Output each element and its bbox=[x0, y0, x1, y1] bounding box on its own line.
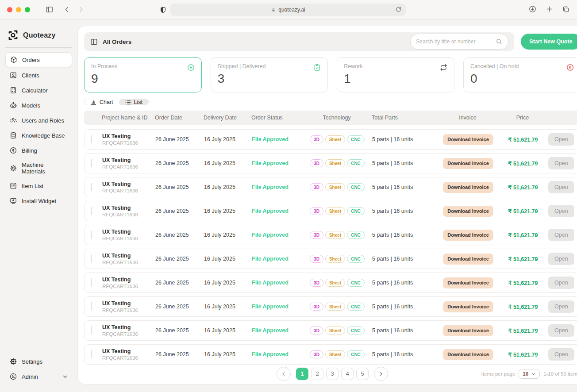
sidebar-item-billing[interactable]: Billing bbox=[5, 143, 72, 158]
zoom-window-button[interactable] bbox=[25, 7, 30, 12]
search-icon[interactable] bbox=[496, 38, 503, 45]
sidebar-item-machine-materials[interactable]: Machine Materials bbox=[5, 158, 72, 178]
back-icon[interactable] bbox=[63, 6, 71, 13]
sidebar-item-calculator[interactable]: Calculator bbox=[5, 83, 72, 97]
privacy-shield-icon[interactable] bbox=[159, 6, 167, 14]
next-page-icon[interactable] bbox=[374, 367, 388, 381]
delivery-date: 16 July 2025 bbox=[204, 136, 252, 142]
row-checkbox[interactable] bbox=[91, 278, 92, 287]
open-button[interactable]: Open bbox=[548, 133, 574, 146]
sidebar-item-clients[interactable]: Clients bbox=[5, 68, 72, 82]
downloads-icon[interactable] bbox=[528, 5, 537, 13]
chevron-down-icon bbox=[531, 372, 536, 377]
row-checkbox[interactable] bbox=[91, 350, 92, 358]
card-in-process[interactable]: In Process 9 bbox=[84, 57, 202, 92]
open-button[interactable]: Open bbox=[548, 253, 574, 265]
row-checkbox[interactable] bbox=[91, 231, 92, 239]
orders-panel: All Orders Start New Quote In Process 9 … bbox=[77, 26, 577, 384]
download-invoice-button[interactable]: Download Invoice bbox=[443, 254, 493, 265]
open-button[interactable]: Open bbox=[548, 229, 574, 241]
card-cancelled-on-hold[interactable]: Cancelled | On hold 0 bbox=[463, 57, 577, 92]
items-per-page-select[interactable]: 10 bbox=[519, 369, 540, 379]
sidebar-item-orders[interactable]: Orders bbox=[5, 52, 72, 67]
download-invoice-button[interactable]: Download Invoice bbox=[443, 206, 493, 217]
column-header: Price bbox=[497, 115, 548, 121]
total-parts: 5 parts | 16 units bbox=[372, 327, 439, 334]
page-number-button[interactable]: 5 bbox=[356, 368, 369, 380]
close-window-button[interactable] bbox=[7, 7, 12, 12]
sidebar-item-knowledge-base[interactable]: Knowledge Base bbox=[5, 128, 72, 142]
tab-label: List bbox=[134, 99, 142, 105]
sidebar-item-label: Orders bbox=[22, 57, 40, 63]
download-invoice-button[interactable]: Download Invoice bbox=[443, 301, 493, 312]
page-number-button[interactable]: 4 bbox=[341, 368, 354, 380]
search-input[interactable] bbox=[416, 38, 492, 45]
browser-sidebar-icon[interactable] bbox=[45, 5, 54, 14]
table-row: UX Testing RFQCART1636 26 June 2025 16 J… bbox=[84, 273, 577, 293]
open-button[interactable]: Open bbox=[548, 157, 574, 169]
download-invoice-button[interactable]: Download Invoice bbox=[443, 325, 493, 336]
download-invoice-button[interactable]: Download Invoice bbox=[443, 182, 493, 193]
chevron-down-icon[interactable] bbox=[62, 373, 68, 380]
sidebar-item-label: Machine Materials bbox=[22, 161, 68, 175]
prev-page-icon[interactable] bbox=[277, 367, 291, 381]
download-invoice-button[interactable]: Download Invoice bbox=[443, 230, 493, 241]
forward-icon[interactable] bbox=[77, 6, 85, 13]
minimize-window-button[interactable] bbox=[16, 7, 21, 12]
tab-chart[interactable]: Chart bbox=[85, 99, 119, 105]
badge-3d: 3D bbox=[310, 183, 323, 191]
sidebar-item-install-widget[interactable]: Install Widget bbox=[5, 194, 72, 208]
open-button[interactable]: Open bbox=[548, 277, 574, 289]
download-invoice-button[interactable]: Download Invoice bbox=[443, 158, 493, 169]
row-checkbox[interactable] bbox=[91, 326, 92, 334]
card-label: Shipped | Delivered bbox=[218, 63, 321, 69]
card-shipped-delivered[interactable]: Shipped | Delivered 3 bbox=[211, 57, 328, 92]
row-checkbox[interactable] bbox=[91, 159, 92, 167]
panel-layout-icon[interactable] bbox=[90, 38, 98, 46]
badge-sheet: Sheet bbox=[325, 135, 345, 143]
tab-list[interactable]: List bbox=[119, 99, 148, 105]
order-status: File Approved bbox=[252, 304, 302, 310]
view-toggle: Chart List bbox=[84, 99, 149, 105]
download-invoice-button[interactable]: Download Invoice bbox=[443, 277, 493, 288]
row-checkbox[interactable] bbox=[91, 254, 92, 263]
table-row: UX Testing RFQCART1636 26 June 2025 16 J… bbox=[84, 153, 577, 173]
download-invoice-button[interactable]: Download Invoice bbox=[443, 349, 493, 360]
open-button[interactable]: Open bbox=[548, 300, 574, 313]
search-box[interactable] bbox=[410, 34, 508, 50]
badge-3d: 3D bbox=[310, 231, 323, 239]
card-rework[interactable]: Rework 1 bbox=[337, 57, 454, 92]
open-button[interactable]: Open bbox=[548, 348, 574, 361]
new-tab-icon[interactable] bbox=[546, 5, 553, 13]
address-bar[interactable]: quoteazy.ai bbox=[170, 4, 406, 16]
sidebar-item-models[interactable]: Models bbox=[5, 98, 72, 112]
sidebar-item-settings[interactable]: Settings bbox=[5, 354, 72, 369]
start-new-quote-button[interactable]: Start New Quote bbox=[521, 34, 577, 50]
order-date: 26 June 2025 bbox=[155, 184, 204, 190]
badge-cnc: CNC bbox=[347, 207, 365, 215]
badge-sheet: Sheet bbox=[325, 255, 345, 263]
row-checkbox[interactable] bbox=[91, 135, 92, 143]
sidebar-item-admin[interactable]: Admin bbox=[5, 369, 72, 384]
row-checkbox[interactable] bbox=[91, 302, 92, 311]
badge-cnc: CNC bbox=[347, 183, 365, 191]
reload-icon[interactable] bbox=[395, 6, 402, 13]
page-number-button[interactable]: 3 bbox=[326, 368, 339, 380]
row-checkbox[interactable] bbox=[91, 207, 92, 215]
sidebar-item-item-list[interactable]: Item List bbox=[5, 179, 72, 193]
page-number-button[interactable]: 1 bbox=[296, 368, 308, 380]
gear-outline-icon bbox=[9, 164, 17, 172]
list-icon bbox=[125, 99, 131, 106]
open-button[interactable]: Open bbox=[548, 205, 574, 217]
open-button[interactable]: Open bbox=[548, 181, 574, 193]
download-invoice-button[interactable]: Download Invoice bbox=[443, 134, 493, 145]
sidebar-item-label: Calculator bbox=[22, 87, 48, 94]
page-number-button[interactable]: 2 bbox=[311, 368, 323, 380]
row-checkbox[interactable] bbox=[91, 183, 92, 191]
tab-overview-icon[interactable] bbox=[562, 5, 570, 13]
badge-cnc: CNC bbox=[347, 279, 365, 287]
delivery-date: 16 July 2025 bbox=[204, 184, 252, 190]
open-button[interactable]: Open bbox=[548, 324, 574, 337]
order-status: File Approved bbox=[252, 136, 302, 142]
sidebar-item-users-and-roles[interactable]: Users and Roles bbox=[5, 113, 72, 127]
